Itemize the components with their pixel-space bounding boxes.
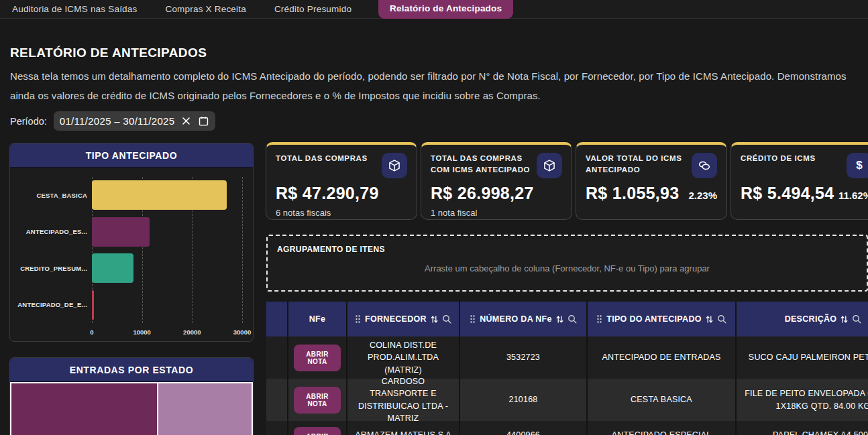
package-icon [382, 153, 407, 178]
clear-period-icon[interactable] [181, 116, 191, 126]
card-compras-com-icms-antecipado: TOTAL DAS COMPRAS COM ICMS ANTECIPADO R$… [421, 142, 572, 220]
row-cell-descricao: SUCO CAJU PALMEIRON PET.500ML [737, 336, 868, 379]
chart-row: CREDITO_PRESUM... [10, 251, 242, 286]
grouping-dropzone[interactable]: AGRUPAMENTO DE ITENS Arraste um cabeçalh… [266, 235, 868, 292]
chart-row: CESTA_BASICA [10, 178, 242, 212]
row-cell-tipo: ANTECIPADO ESPECIAL [588, 421, 737, 435]
row-cell-nfe: ABRIR NOTA [288, 379, 347, 421]
card-value: R$ 26.998,27 [431, 184, 534, 203]
chart-category-label: CREDITO_PRESUM... [10, 265, 92, 272]
card-value: R$ 47.290,79 [276, 184, 379, 203]
chart-row: ANTECIPADO_ES... [10, 214, 242, 249]
tipo-antecipado-panel-title: TIPO ANTECIPADO [10, 143, 253, 168]
header-label: FORNECEDOR [365, 314, 427, 324]
card-title: TOTAL DAS COMPRAS COM ICMS ANTECIPADO [431, 153, 531, 178]
period-range-input[interactable]: 01/11/2025 – 30/11/2025 [54, 111, 216, 131]
row-cell-descricao: FILE DE PEITO ENVELOPADA GUIBON 1X18KG Q… [737, 379, 868, 421]
abrir-nota-button[interactable]: ABRIR NOTA [294, 387, 341, 414]
x-tick: 10000 [133, 328, 150, 336]
tab-auditoria-icms-saidas[interactable]: Auditoria de ICMS nas Saídas [11, 1, 138, 17]
search-icon[interactable] [567, 314, 577, 324]
treemap-block[interactable] [158, 383, 252, 435]
period-value: 01/11/2025 – 30/11/2025 [60, 115, 175, 127]
row-cell-empty [266, 379, 288, 421]
entradas-por-estado-treemap [10, 382, 253, 435]
calendar-icon[interactable] [198, 115, 209, 127]
bar-cesta-basica[interactable] [92, 180, 227, 210]
drag-handle-icon[interactable] [470, 314, 476, 324]
header-cell-numero-nfe[interactable]: NÚMERO DA NFe [460, 302, 588, 336]
bar-antecipado-especial[interactable] [92, 217, 150, 247]
row-cell-fornecedor: CARDOSO TRANSPORTE E DISTRIBUICAO LTDA -… [347, 379, 460, 421]
sort-icon[interactable] [840, 315, 848, 324]
kpi-cards-row: TOTAL DAS COMPRAS R$ 47.290,79 6 notas f… [266, 142, 868, 220]
row-cell-tipo: CESTA BASICA [588, 379, 737, 421]
chart-category-label: ANTECIPADO_ES... [10, 228, 92, 235]
x-tick: 30000 [233, 328, 251, 336]
sort-icon[interactable] [431, 315, 438, 324]
sort-icon[interactable] [556, 315, 563, 324]
header-cell-descricao[interactable]: DESCRIÇÃO [737, 302, 868, 336]
chart-category-label: ANTECIPADO_DE_E... [10, 301, 92, 308]
row-cell-nfe: ABRIR NOTA [288, 421, 347, 435]
package-icon [537, 153, 562, 178]
row-cell-nfe: ABRIR NOTA [288, 336, 347, 379]
header-cell-nfe: NFe [288, 302, 347, 336]
search-icon[interactable] [717, 314, 726, 324]
header-label: DESCRIÇÃO [785, 314, 837, 324]
tab-credito-presumido[interactable]: Crédito Presumido [273, 1, 353, 17]
abrir-nota-button[interactable]: ABRIR NOTA [294, 427, 341, 435]
card-subtitle: 6 notas fiscais [276, 208, 407, 218]
tipo-antecipado-panel: TIPO ANTECIPADO CESTA_BASICA ANTECIPADO_… [9, 143, 254, 342]
bar-antecipado-de-entradas[interactable] [92, 290, 94, 320]
period-filter: Período: 01/11/2025 – 30/11/2025 [10, 111, 215, 131]
search-icon[interactable] [852, 314, 861, 324]
card-value: R$ 1.055,93 [586, 184, 680, 203]
bar-credito-presumido[interactable] [92, 253, 133, 283]
relatorio-antecipados-page: Auditoria de ICMS nas Saídas Compras X R… [0, 0, 868, 435]
sort-icon[interactable] [706, 315, 713, 324]
chart-x-axis: 0 10000 20000 30000 [92, 328, 242, 339]
entradas-por-estado-panel: ENTRADAS POR ESTADO [9, 357, 254, 435]
page-description: Nessa tela temos um detalhamento complet… [10, 67, 868, 105]
grouping-hint: Arraste um cabeçalho de coluna (Forneced… [268, 263, 867, 273]
card-total-das-compras: TOTAL DAS COMPRAS R$ 47.290,79 6 notas f… [266, 142, 417, 220]
tipo-antecipado-chart: CESTA_BASICA ANTECIPADO_ES... CREDITO_PR… [10, 168, 253, 342]
card-valor-total-icms-antecipado: VALOR TOTAL DO ICMS ANTECIPADO R$ 1.055,… [576, 142, 727, 220]
chart-row: ANTECIPADO_DE_E... [10, 288, 242, 322]
tab-relatorio-antecipados[interactable]: Relatório de Antecipados [378, 0, 513, 19]
x-tick: 0 [90, 328, 93, 336]
tab-compras-x-receita[interactable]: Compras X Receita [164, 1, 247, 17]
card-percent: 11.62% [838, 190, 868, 201]
chart-category-label: CESTA_BASICA [10, 192, 92, 199]
page-title: RELATÓRIO DE ANTECIPADOS [10, 46, 207, 60]
entradas-por-estado-panel-title: ENTRADAS POR ESTADO [10, 358, 253, 382]
row-cell-empty [266, 336, 288, 379]
period-label: Período: [10, 116, 47, 127]
card-credito-de-icms: CRÉDITO DE ICMS $ R$ 5.494,54 11.62% [730, 142, 868, 220]
header-cell-fornecedor[interactable]: FORNECEDOR [347, 302, 460, 336]
drag-handle-icon[interactable] [596, 314, 602, 324]
drag-handle-icon[interactable] [355, 314, 361, 324]
x-tick: 20000 [183, 328, 201, 336]
treemap-block[interactable] [11, 383, 157, 435]
search-icon[interactable] [442, 314, 451, 324]
header-cell-tipo-antecipado[interactable]: TIPO DO ANTECIPADO [588, 302, 737, 336]
grouping-title: AGRUPAMENTO DE ITENS [268, 236, 867, 254]
row-cell-descricao: PAPEL CHAMEX A4 500F [737, 421, 868, 435]
row-cell-tipo: ANTECIPADO DE ENTRADAS [588, 336, 737, 379]
card-percent: 2.23% [688, 190, 717, 201]
coins-icon [692, 153, 717, 178]
header-cell-empty [266, 302, 288, 336]
dollar-icon: $ [847, 153, 868, 178]
header-label: NÚMERO DA NFe [480, 314, 552, 324]
header-label: TIPO DO ANTECIPADO [606, 314, 702, 324]
abrir-nota-button[interactable]: ABRIR NOTA [294, 345, 341, 371]
row-cell-numero: 4400966 [460, 421, 588, 435]
card-subtitle: 1 nota fiscal [431, 208, 562, 218]
card-value: R$ 5.494,54 [741, 184, 834, 203]
row-cell-numero: 210168 [460, 379, 588, 421]
row-cell-fornecedor: ARMAZEM MATEUS S A - [347, 421, 460, 435]
card-title: VALOR TOTAL DO ICMS ANTECIPADO [586, 153, 686, 178]
items-table: NFe FORNECEDOR NÚMERO DA NFe TIPO DO ANT… [266, 302, 868, 435]
